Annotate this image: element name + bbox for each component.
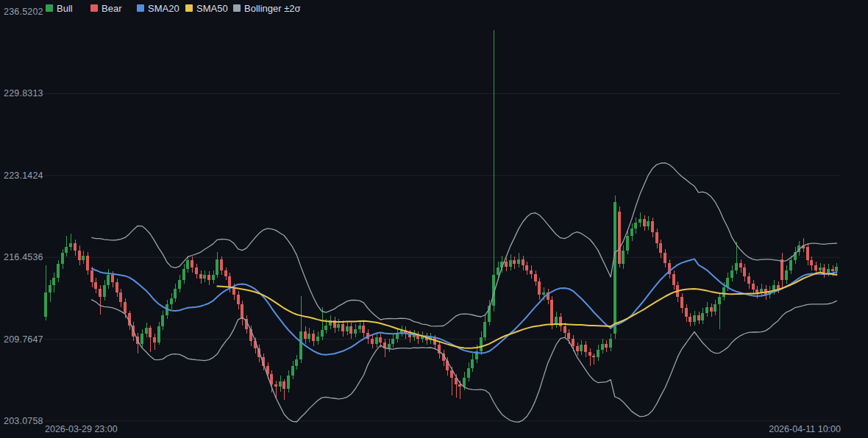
x-axis-label-end: 2026-04-11 10:00 xyxy=(769,424,841,434)
legend-label: SMA50 xyxy=(196,3,228,14)
legend-label: Bollinger ±2σ xyxy=(244,3,301,14)
legend-label: Bear xyxy=(102,3,121,14)
chart-panel: 236.5202229.8313223.1424216.4536209.7647… xyxy=(0,0,868,438)
legend-swatch-icon xyxy=(233,4,241,12)
y-axis-label: 223.1424 xyxy=(4,170,43,182)
legend-item-bull[interactable]: Bull xyxy=(46,2,73,14)
y-axis-label: 216.4536 xyxy=(4,251,43,263)
legend-label: Bull xyxy=(57,3,73,14)
x-axis-label-start: 2026-03-29 23:00 xyxy=(45,424,118,434)
legend-swatch-icon xyxy=(46,4,53,12)
legend-swatch-icon xyxy=(137,4,144,12)
chart-legend: BullBearSMA20SMA50Bollinger ±2σ xyxy=(0,2,868,14)
legend-label: SMA20 xyxy=(148,3,179,14)
y-axis-label: 203.0758 xyxy=(4,415,43,427)
candlestick-chart[interactable] xyxy=(0,0,868,438)
legend-swatch-icon xyxy=(185,4,193,12)
legend-item-bear[interactable]: Bear xyxy=(90,2,121,14)
y-axis-label: 209.7647 xyxy=(4,334,43,345)
legend-item-bollinger-2-[interactable]: Bollinger ±2σ xyxy=(233,2,301,14)
y-axis-label: 229.8313 xyxy=(4,87,43,99)
legend-item-sma50[interactable]: SMA50 xyxy=(185,2,228,14)
legend-item-sma20[interactable]: SMA20 xyxy=(137,2,179,14)
legend-swatch-icon xyxy=(90,4,98,12)
